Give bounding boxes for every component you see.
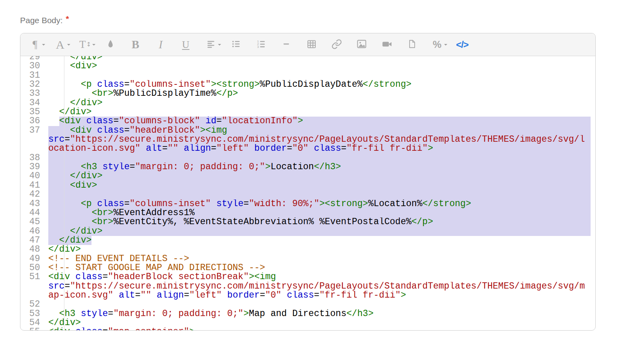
line-number (20, 135, 40, 144)
font-family-button[interactable]: A (51, 36, 70, 53)
code-line: src="https://secure.ministrysync.com/min… (20, 135, 595, 144)
font-size-button[interactable]: T↕ (76, 36, 95, 53)
code-line: 35 </div> (20, 108, 595, 117)
align-left-icon (206, 39, 216, 50)
line-number: 43 (20, 199, 40, 208)
code-line: 34 </div> (20, 99, 595, 108)
line-number: 46 (20, 227, 40, 236)
line-number: 31 (20, 71, 40, 80)
insert-image-button[interactable] (352, 36, 371, 53)
chevron-down-icon (42, 44, 45, 47)
chevron-down-icon (444, 44, 447, 47)
link-icon (331, 39, 342, 51)
bold-icon: B (132, 39, 139, 50)
code-view-icon: </> (456, 40, 468, 49)
line-number (20, 144, 40, 153)
line-number: 42 (20, 190, 40, 199)
insert-table-button[interactable] (302, 36, 321, 53)
ordered-list-icon: 123 (256, 39, 266, 50)
line-number: 30 (20, 62, 40, 71)
chevron-down-icon (67, 44, 70, 47)
code-line: 44 <br>%EventAddress1% (20, 208, 595, 218)
text-color-button[interactable] (101, 36, 120, 53)
line-number: 38 (20, 154, 40, 163)
code-line: 52 (20, 300, 595, 309)
insert-video-button[interactable] (377, 36, 396, 53)
line-number (20, 282, 40, 291)
code-line: 54</div> (20, 318, 595, 327)
code-line: 37 <div class="headerBlock"><img (20, 126, 595, 135)
paragraph-format-button[interactable]: ¶ (26, 36, 44, 53)
special-characters-button[interactable]: % (428, 36, 446, 53)
code-line: 55<div class="map-container"> (20, 327, 595, 331)
code-editor[interactable]: 29 </div>30 <div>3132 <p class="columns-… (20, 56, 595, 331)
code-line: 53 <h3 style="margin: 0; padding: 0;">Ma… (20, 309, 595, 318)
line-number: 54 (20, 318, 40, 327)
up-down-arrow-icon: ↕ (86, 42, 91, 48)
unordered-list-icon (231, 39, 241, 50)
code-line: 45 <br>%EventCity%, %EventStateAbbreviat… (20, 218, 595, 227)
paragraph-icon: ¶ (33, 39, 37, 50)
line-number: 51 (20, 272, 40, 282)
line-number: 49 (20, 254, 40, 263)
horizontal-rule-button[interactable] (277, 36, 296, 53)
line-number: 39 (20, 163, 40, 172)
code-line: 39 <h3 style="margin: 0; padding: 0;">Lo… (20, 163, 595, 172)
line-number: 47 (20, 236, 40, 245)
bold-button[interactable]: B (126, 36, 145, 53)
code-line: 30 <div> (20, 62, 595, 71)
code-line: 33 <br>%PublicDisplayTime%</p> (20, 89, 595, 98)
ordered-list-button[interactable]: 123 (252, 36, 271, 53)
code-line: 38 (20, 154, 595, 163)
svg-text:3: 3 (257, 45, 259, 49)
underline-icon: U (182, 40, 190, 50)
code-line: 40 </div> (20, 172, 595, 181)
code-line: 48</div> (20, 245, 595, 254)
code-line: 31 (20, 71, 595, 80)
line-number: 53 (20, 309, 40, 318)
code-line: 42 (20, 190, 595, 199)
code-line: 36 <div class="columns-block" id="locati… (20, 117, 595, 126)
unordered-list-button[interactable] (227, 36, 245, 53)
italic-icon: I (159, 39, 163, 50)
code-line: 43 <p class="columns-inset" style="width… (20, 199, 595, 208)
code-line: 41 <div> (20, 181, 595, 190)
line-number: 37 (20, 126, 40, 135)
italic-button[interactable]: I (151, 36, 170, 53)
code-line: src="https://secure.ministrysync.com/min… (20, 282, 595, 291)
code-line: 46 </div> (20, 227, 595, 236)
line-number: 36 (20, 117, 40, 126)
editor-toolbar: ¶AT↕BIU123%</> (20, 33, 595, 56)
code-line: ap-icon.svg" alt="" align="left" border=… (20, 291, 595, 300)
underline-button[interactable]: U (176, 36, 195, 53)
code-line: 49<!-- END EVENT DETAILS --> (20, 254, 595, 263)
rich-text-editor: ¶AT↕BIU123%</> 29 </div>30 <div>3132 <p … (20, 33, 596, 331)
insert-file-button[interactable] (402, 36, 421, 53)
line-number: 32 (20, 80, 40, 89)
insert-link-button[interactable] (327, 36, 346, 53)
font-family-icon: A (56, 39, 64, 51)
line-number (20, 291, 40, 300)
code-view-button[interactable]: </> (453, 36, 472, 53)
code-line: 51<div class="headerBlock sectionBreak">… (20, 272, 595, 282)
file-icon (407, 39, 417, 50)
align-button[interactable] (201, 36, 220, 53)
code-line: 50<!-- START GOOGLE MAP AND DIRECTIONS -… (20, 263, 595, 272)
code-content: 29 </div>30 <div>3132 <p class="columns-… (20, 56, 595, 331)
percent-icon: % (433, 40, 441, 49)
line-number: 35 (20, 108, 40, 117)
line-number: 50 (20, 263, 40, 272)
image-icon (356, 38, 367, 51)
horizontal-rule-icon (281, 39, 291, 50)
line-number: 55 (20, 327, 40, 331)
video-icon (381, 38, 393, 51)
code-line: ocation-icon.svg" alt="" align="left" bo… (20, 144, 595, 153)
gutter-divider (64, 56, 64, 331)
font-size-icon: T (79, 39, 86, 50)
required-asterisk: * (66, 14, 69, 23)
droplet-icon (106, 39, 115, 50)
line-number: 44 (20, 208, 40, 218)
line-number: 48 (20, 245, 40, 254)
field-label-text: Page Body: (20, 16, 63, 25)
table-icon (306, 39, 317, 51)
